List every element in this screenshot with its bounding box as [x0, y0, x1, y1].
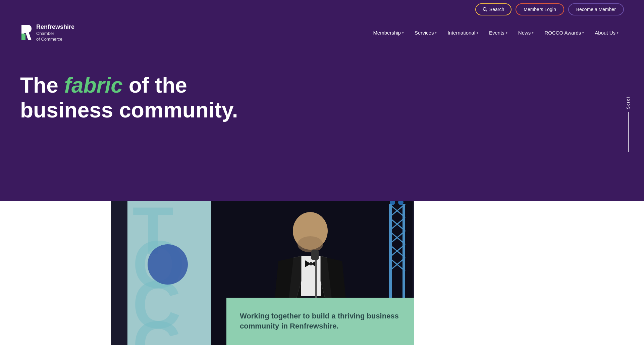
scroll-indicator: Scroll — [626, 95, 631, 152]
logo-text: Renfrewshire Chamber of Commerce — [36, 23, 74, 42]
nav-item-membership[interactable]: Membership ▾ — [368, 27, 409, 38]
nav-item-services[interactable]: Services ▾ — [409, 27, 442, 38]
nav-link-events[interactable]: Events ▾ — [484, 27, 513, 38]
nav-link-services[interactable]: Services ▾ — [409, 27, 442, 38]
chevron-down-icon: ▾ — [582, 31, 584, 35]
chevron-down-icon: ▾ — [532, 31, 534, 35]
scroll-label: Scroll — [626, 95, 631, 109]
svg-point-4 — [298, 236, 323, 252]
nav-item-about[interactable]: About Us ▾ — [589, 27, 624, 38]
hero-title-highlight: fabric — [64, 73, 123, 97]
brand-sub2: of Commerce — [36, 37, 74, 42]
members-login-label: Members Login — [524, 7, 556, 12]
nav-item-events[interactable]: Events ▾ — [484, 27, 513, 38]
chevron-down-icon: ▾ — [477, 31, 478, 35]
bottom-section — [0, 345, 644, 350]
hero-title: The fabric of the business community. — [20, 73, 238, 122]
chevron-down-icon: ▾ — [402, 31, 404, 35]
hero-title-line2: business community. — [20, 98, 238, 122]
logo[interactable]: Renfrewshire Chamber of Commerce — [20, 23, 74, 42]
event-photo: T O C C — [111, 201, 414, 345]
nav-links: Membership ▾ Services ▾ International ▾ — [368, 27, 624, 38]
event-image-container: T O C C — [111, 201, 416, 345]
scroll-line — [628, 112, 629, 152]
nav-item-rocco[interactable]: ROCCO Awards ▾ — [539, 27, 589, 38]
nav-link-about[interactable]: About Us ▾ — [589, 27, 624, 38]
nav-link-membership[interactable]: Membership ▾ — [368, 27, 409, 38]
hero-section: The fabric of the business community. Sc… — [0, 46, 644, 201]
chevron-down-icon: ▾ — [435, 31, 437, 35]
hero-title-part2: of the — [123, 73, 187, 97]
brand-name: Renfrewshire — [36, 23, 74, 31]
event-section: T O C C — [0, 201, 644, 345]
chevron-down-icon: ▾ — [506, 31, 507, 35]
nav-link-rocco[interactable]: ROCCO Awards ▾ — [539, 27, 589, 38]
search-icon — [483, 7, 487, 12]
chevron-down-icon: ▾ — [617, 31, 619, 35]
site-header: Search Members Login Become a Member Ren… — [0, 0, 644, 46]
brand-sub1: Chamber — [36, 31, 74, 37]
nav-item-international[interactable]: International ▾ — [442, 27, 484, 38]
nav-link-news[interactable]: News ▾ — [513, 27, 539, 38]
svg-rect-8 — [311, 250, 319, 260]
nav-link-international[interactable]: International ▾ — [442, 27, 484, 38]
main-nav: Renfrewshire Chamber of Commerce Members… — [0, 19, 644, 46]
svg-point-6 — [309, 262, 313, 265]
caption-box: Working together to build a thriving bus… — [226, 298, 414, 345]
become-member-button[interactable]: Become a Member — [568, 3, 624, 15]
top-bar: Search Members Login Become a Member — [0, 0, 644, 19]
members-login-button[interactable]: Members Login — [516, 3, 564, 15]
hero-content: The fabric of the business community. — [20, 66, 238, 122]
nav-item-news[interactable]: News ▾ — [513, 27, 539, 38]
svg-point-0 — [483, 7, 486, 10]
svg-line-1 — [486, 10, 487, 11]
logo-icon — [20, 23, 33, 42]
become-member-label: Become a Member — [576, 7, 616, 12]
search-button[interactable]: Search — [475, 3, 512, 15]
rocco-circle — [148, 244, 188, 285]
hero-title-part1: The — [20, 73, 64, 97]
search-label: Search — [489, 7, 504, 12]
caption-text: Working together to build a thriving bus… — [240, 311, 401, 332]
